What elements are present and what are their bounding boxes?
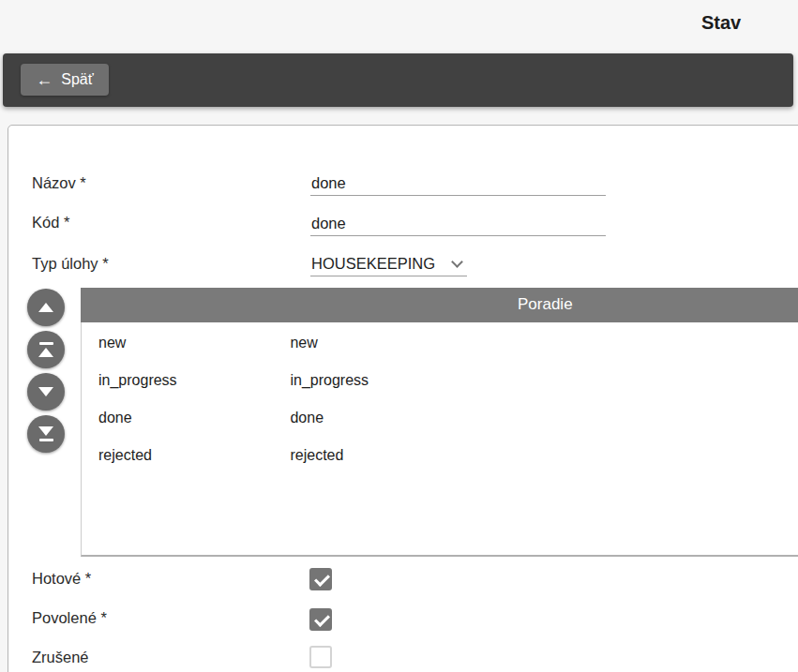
move-up-button[interactable] [27, 289, 65, 326]
row-order-cell: rejected [290, 437, 343, 474]
row-name-cell: rejected [98, 437, 286, 474]
code-input[interactable] [310, 215, 606, 236]
arrow-up-icon [38, 303, 53, 312]
enabled-checkbox-label: Povolené * [32, 609, 107, 627]
move-down-button[interactable] [27, 373, 65, 411]
row-order-cell: in_progress [290, 362, 369, 399]
row-name-cell: new [98, 324, 286, 362]
table-row[interactable]: done done [82, 399, 798, 437]
row-name-cell: in_progress [98, 362, 286, 399]
toolbar: ← Späť [3, 53, 793, 107]
name-field-label: Názov * [32, 174, 86, 191]
row-name-cell: done [98, 399, 286, 437]
arrow-down-icon [38, 387, 53, 396]
task-type-select[interactable]: HOUSEKEEPING [310, 254, 467, 276]
name-input[interactable] [310, 174, 606, 196]
enabled-checkbox[interactable] [309, 608, 332, 631]
table-row[interactable]: new new [82, 324, 798, 362]
page-title: Stav [701, 12, 741, 34]
row-order-cell: done [290, 399, 324, 437]
arrow-down-to-line-icon [38, 426, 53, 436]
row-order-cell: new [290, 324, 317, 362]
code-field-label: Kód * [32, 214, 69, 231]
order-table-body: new new in_progress in_progress done don… [81, 322, 798, 557]
form-panel: Názov * Kód * Typ úlohy * HOUSEKEEPING P… [8, 125, 798, 672]
back-arrow-icon: ← [36, 71, 53, 88]
table-row[interactable]: rejected rejected [82, 437, 798, 474]
arrow-up-to-line-icon [39, 342, 53, 345]
cancelled-checkbox[interactable] [309, 646, 332, 668]
move-to-top-button[interactable] [27, 331, 65, 368]
task-type-selected-value: HOUSEKEEPING [311, 255, 435, 272]
move-to-bottom-button[interactable] [27, 415, 65, 453]
back-button[interactable]: ← Späť [21, 64, 109, 96]
cancelled-checkbox-label: Zrušené [32, 649, 89, 666]
task-type-field-label: Typ úlohy * [32, 255, 109, 272]
table-row[interactable]: in_progress in_progress [82, 362, 798, 399]
done-checkbox-label: Hotové * [32, 570, 91, 588]
status-detail-screen: Stav ← Späť Názov * Kód * Typ úlohy * HO… [0, 0, 798, 672]
done-checkbox[interactable] [309, 568, 332, 590]
order-column-header: Poradie [518, 295, 573, 314]
order-table-header: Poradie [81, 288, 798, 322]
chevron-down-icon [451, 256, 463, 268]
back-button-label: Späť [61, 71, 93, 88]
